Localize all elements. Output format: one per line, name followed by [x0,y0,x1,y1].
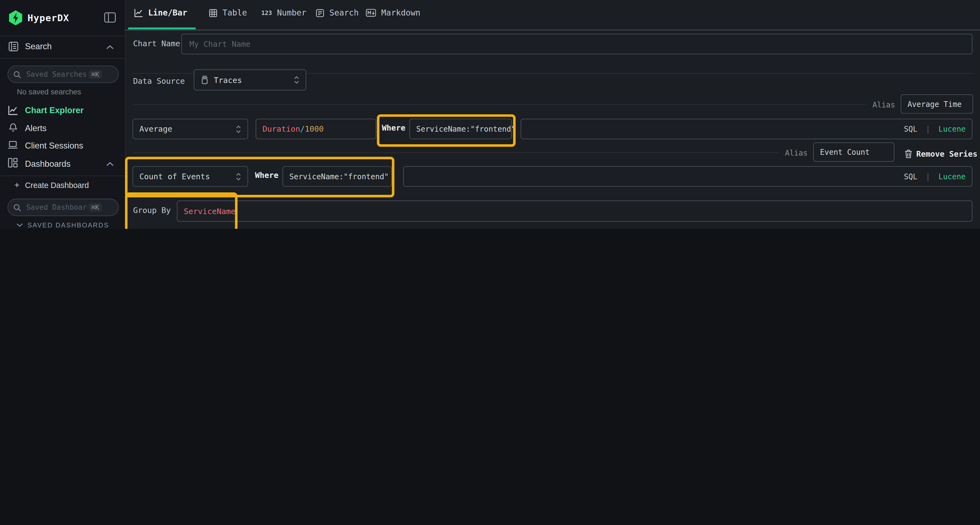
group-label-saved-dashboards[interactable]: SAVED DASHBOARDS [27,221,109,229]
database-icon [200,76,209,84]
series-2-where-input[interactable]: ServiceName:"frontend" [283,166,392,187]
field-token: Duration [262,124,300,133]
divider [0,36,125,36]
search-icon [13,70,21,78]
tab-search[interactable]: Search [315,8,358,17]
divider [133,104,866,105]
saved-dashboards-field[interactable] [25,202,89,213]
collapse-sidebar-button[interactable] [104,11,116,24]
saved-searches-field[interactable] [25,69,89,79]
active-tab-underline [128,27,196,29]
sidebar-item-search[interactable]: Search [25,42,52,51]
data-source-label: Data Source [133,76,185,86]
alias-label: Alias [872,101,895,109]
sidebar-item-chart-explorer[interactable]: Chart Explorer [25,106,84,115]
chart-name-input[interactable] [181,34,973,54]
sidebar-item-dashboards[interactable]: Dashboards [25,159,70,168]
dashboards-icon [8,157,18,168]
line-chart-icon [134,8,143,17]
tab-table[interactable]: Table [209,8,247,17]
series-1-alias-input[interactable]: Average Time [900,94,973,114]
sidebar: HyperDX Search ⌘K No saved searches Char… [0,0,126,229]
search-list-icon [315,8,324,17]
app-window: HyperDX Search ⌘K No saved searches Char… [0,0,980,229]
divider [0,58,125,59]
bell-icon [8,122,18,133]
chart-explorer-icon [8,105,18,116]
table-icon [209,8,218,17]
plus-icon: + [14,180,20,190]
search-section-icon [8,41,19,52]
divider [133,152,779,153]
sidebar-item-client-sessions[interactable]: Client Sessions [25,141,83,151]
create-dashboard-button[interactable]: Create Dashboard [25,181,89,190]
chevron-up-icon[interactable] [106,162,114,167]
remove-series-button[interactable]: Remove Series [916,149,978,159]
series-2-alias-input[interactable]: Event Count [813,142,894,162]
alias-label: Alias [785,149,808,157]
lucene-toggle[interactable]: Lucene [939,125,966,133]
saved-dashboards-input[interactable]: ⌘K [8,198,119,216]
saved-searches-input[interactable]: ⌘K [8,65,119,83]
series-1-search-input[interactable]: SQL | Lucene [520,119,972,139]
sql-toggle[interactable]: SQL [904,172,917,181]
sidebar-item-alerts[interactable]: Alerts [25,124,46,133]
group-by-token: ServiceName [184,206,235,216]
group-by-label: Group By [133,205,171,215]
tab-number[interactable]: 123 Number [261,8,307,17]
shortcut-badge: ⌘K [89,203,102,212]
select-chevrons-icon [294,76,299,84]
trash-icon [904,149,913,159]
lucene-toggle[interactable]: Lucene [939,172,966,181]
number-123-icon: 123 [261,9,272,16]
where-label: Where [382,123,405,132]
markdown-icon [366,9,376,17]
series-2-search-input[interactable]: SQL | Lucene [403,166,973,187]
main-panel: Line/Bar Table 123 Number Search Markdow… [125,0,980,229]
select-chevrons-icon [236,172,242,181]
series-1-aggregation-select[interactable]: Average [132,119,248,139]
series-1-where-input[interactable]: ServiceName:"frontend" [409,119,512,139]
series-2-aggregation-select[interactable]: Count of Events [132,166,248,187]
search-icon [13,203,21,211]
divider [0,176,125,176]
chevron-up-icon[interactable] [106,45,114,50]
sql-toggle[interactable]: SQL [904,125,917,133]
select-chevrons-icon [236,125,242,133]
shortcut-badge: ⌘K [89,70,102,79]
hyperdx-logo-icon [9,10,22,25]
group-by-input[interactable]: ServiceName [177,200,973,222]
chart-type-tabbar: Line/Bar Table 123 Number Search Markdow… [125,0,980,30]
laptop-icon [8,140,18,150]
tab-line-bar[interactable]: Line/Bar [134,8,187,17]
brand-title: HyperDX [27,13,69,24]
where-label: Where [255,171,278,180]
no-saved-searches-text: No saved searches [17,87,81,96]
series-1-field-input[interactable]: Duration/1000 [256,119,376,139]
data-source-select[interactable]: Traces [194,69,306,90]
tab-markdown[interactable]: Markdown [366,8,420,17]
field-token: 1000 [305,124,324,133]
chart-name-label: Chart Name [133,39,180,48]
field-token: / [300,124,305,133]
chevron-down-icon[interactable] [16,223,23,227]
